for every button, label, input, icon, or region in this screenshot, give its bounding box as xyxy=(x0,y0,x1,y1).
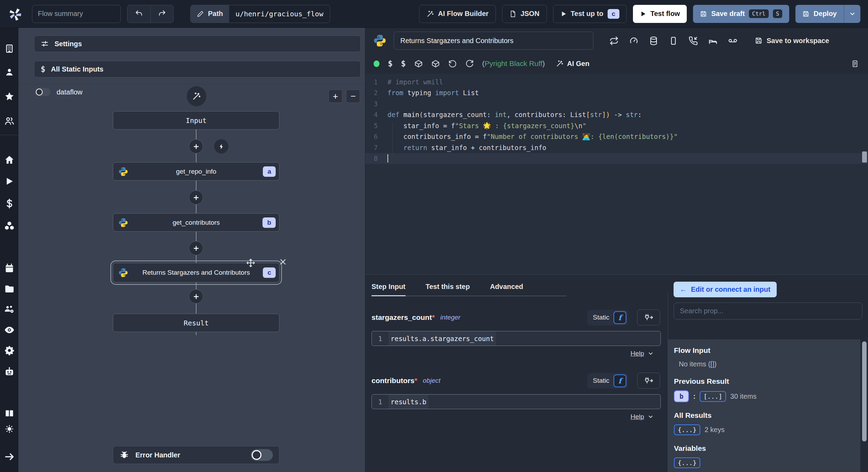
flow-settings-button[interactable]: Settings xyxy=(34,35,361,52)
test-flow-button[interactable]: Test flow xyxy=(633,5,687,23)
suspend-bed-icon[interactable] xyxy=(708,36,718,45)
flow-node-input[interactable]: Input xyxy=(113,111,279,130)
help-link[interactable]: Help xyxy=(631,350,644,357)
help-link[interactable]: Help xyxy=(631,413,644,421)
pencil-icon xyxy=(197,10,204,17)
zoom-in-button[interactable]: + xyxy=(328,90,342,103)
play-icon xyxy=(560,11,567,17)
input-mode-toggle[interactable]: Static f xyxy=(587,373,628,389)
deploy-button[interactable]: Deploy xyxy=(795,5,844,23)
connect-input-button[interactable] xyxy=(637,373,660,389)
save-draft-button[interactable]: Save draft Ctrl S xyxy=(693,5,789,23)
delete-node-button[interactable] xyxy=(279,258,287,266)
error-handler-node[interactable]: Error Handler xyxy=(113,446,279,464)
add-step-button-1[interactable] xyxy=(189,139,203,154)
user-icon[interactable] xyxy=(5,67,14,77)
schedules-calendar-icon[interactable] xyxy=(5,263,14,273)
sleep-voicemail-icon[interactable] xyxy=(728,36,737,45)
result-key-badge[interactable]: b xyxy=(674,390,689,402)
collapsed-object-chip[interactable]: {...} xyxy=(674,424,700,435)
editor-scrollbar-thumb[interactable] xyxy=(862,151,867,163)
rotate-ccw-icon[interactable] xyxy=(448,59,457,68)
audit-eye-icon[interactable] xyxy=(4,324,15,336)
resources-cubes-icon[interactable] xyxy=(4,220,15,231)
cache-database-icon[interactable] xyxy=(649,36,658,45)
users-icon[interactable] xyxy=(4,116,15,126)
flow-node-result[interactable]: Result xyxy=(113,314,279,332)
early-stop-phone-icon[interactable] xyxy=(688,36,698,45)
tab-advanced[interactable]: Advanced xyxy=(490,278,523,296)
code-editor[interactable]: 1# import wmill2from typing import List3… xyxy=(365,74,868,274)
expand-arrow-icon[interactable] xyxy=(4,452,15,462)
flow-node-b[interactable]: get_contributors b xyxy=(113,213,279,232)
retry-icon[interactable] xyxy=(609,36,619,45)
scrollbar-thumb[interactable] xyxy=(862,341,867,441)
star-icon[interactable] xyxy=(4,91,15,102)
folders-icon[interactable] xyxy=(4,284,15,294)
chevron-down-icon[interactable] xyxy=(648,350,654,357)
edit-or-connect-button[interactable]: ← Edit or connect an input xyxy=(674,282,777,297)
tab-test-this-step[interactable]: Test this step xyxy=(426,278,470,296)
deploy-dropdown-button[interactable] xyxy=(844,5,860,23)
field-type: object xyxy=(423,377,441,384)
chevron-down-icon[interactable] xyxy=(648,414,654,420)
test-up-to-step-badge[interactable]: c xyxy=(608,9,620,19)
ai-gen-button[interactable]: AI Gen xyxy=(556,60,589,68)
script-log-icon[interactable] xyxy=(851,60,859,68)
workspace-building-icon[interactable] xyxy=(5,44,14,53)
workers-robot-icon[interactable] xyxy=(4,366,15,378)
javascript-expr-button[interactable]: f xyxy=(614,374,626,387)
dataflow-toggle[interactable] xyxy=(35,88,50,96)
theme-sun-icon[interactable] xyxy=(5,424,14,433)
ai-graph-wand-button[interactable] xyxy=(187,86,206,106)
expr-input[interactable]: 1 results.b xyxy=(372,394,661,409)
redo-button[interactable] xyxy=(150,5,173,23)
package-icon[interactable] xyxy=(431,59,440,68)
input-mode-toggle[interactable]: Static f xyxy=(587,310,628,325)
path-value[interactable]: u/henri/gracious_flow xyxy=(229,5,330,23)
flow-node-c-selected[interactable]: Returns Stargazers and Contributors c xyxy=(113,263,279,282)
tab-step-input[interactable]: Step Input xyxy=(372,278,406,296)
undo-button[interactable] xyxy=(127,5,150,23)
add-step-button-2[interactable] xyxy=(189,190,203,205)
all-static-inputs-button[interactable]: $ All Static Inputs xyxy=(34,61,361,77)
runs-play-icon[interactable] xyxy=(5,177,14,186)
package-icon[interactable] xyxy=(414,59,423,68)
save-to-workspace-button[interactable]: Save to workspace xyxy=(755,37,829,45)
gauge-icon[interactable] xyxy=(629,36,639,45)
trigger-bolt-button[interactable] xyxy=(214,139,228,154)
groups-icon[interactable] xyxy=(4,304,15,315)
flow-node-a[interactable]: get_repo_info a xyxy=(113,162,279,181)
play-icon xyxy=(640,11,646,17)
mock-square-icon[interactable] xyxy=(669,36,678,45)
connect-input-button[interactable] xyxy=(637,309,660,325)
path-control[interactable]: Path u/henri/gracious_flow xyxy=(190,5,330,23)
docs-books-icon[interactable] xyxy=(4,408,15,419)
variables-dollar-icon[interactable] xyxy=(4,198,15,209)
add-step-button-4[interactable] xyxy=(189,289,203,304)
ai-flow-builder-button[interactable]: AI Flow Builder xyxy=(419,5,496,23)
search-prop-input[interactable] xyxy=(674,303,862,320)
zoom-out-button[interactable]: − xyxy=(346,90,360,103)
json-button[interactable]: JSON xyxy=(502,5,546,23)
undo-redo-group xyxy=(127,5,174,23)
home-icon[interactable] xyxy=(4,155,15,165)
test-flow-label: Test flow xyxy=(650,10,680,18)
flow-summary-input[interactable] xyxy=(32,5,121,23)
edit-or-connect-label: Edit or connect an input xyxy=(691,285,770,293)
refresh-icon[interactable] xyxy=(465,59,474,68)
javascript-expr-button[interactable]: f xyxy=(614,311,626,324)
connect-input-panel: ← Edit or connect an input Flow Input No… xyxy=(668,275,868,472)
dollar-action-icon[interactable]: $ xyxy=(388,59,393,68)
test-up-to-button[interactable]: Test up to c xyxy=(553,5,627,23)
move-node-handle-icon[interactable] xyxy=(246,258,255,267)
collapsed-array-chip[interactable]: [...] xyxy=(700,391,726,402)
settings-gear-icon[interactable] xyxy=(4,345,15,356)
windmill-logo-icon[interactable] xyxy=(8,6,23,22)
expr-input[interactable]: 1 results.a.stargazers_count xyxy=(372,331,661,346)
dollar-action-icon[interactable]: $ xyxy=(401,59,406,68)
collapsed-object-chip[interactable]: {...} xyxy=(674,457,700,468)
step-title-input[interactable] xyxy=(394,32,593,50)
error-handler-toggle[interactable] xyxy=(251,449,273,461)
add-step-button-3[interactable] xyxy=(189,241,203,255)
